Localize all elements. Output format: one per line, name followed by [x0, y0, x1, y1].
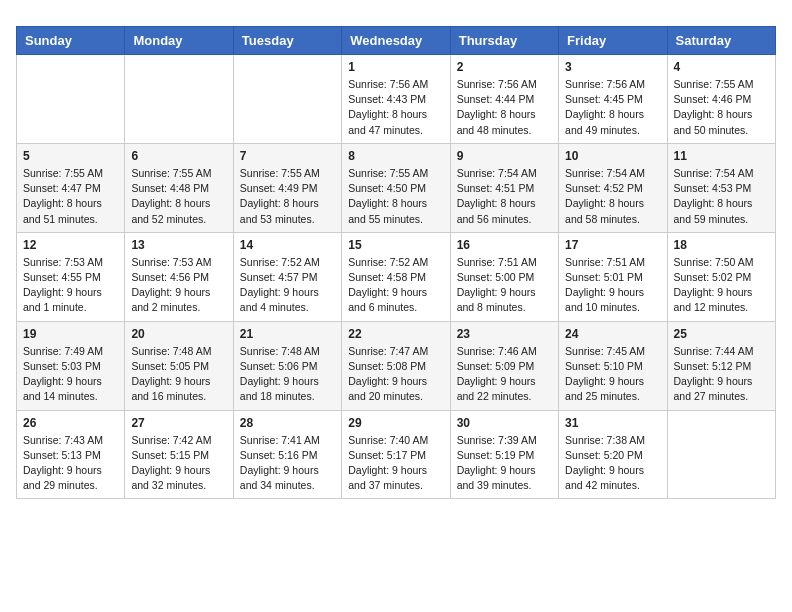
- day-info: Sunrise: 7:50 AM Sunset: 5:02 PM Dayligh…: [674, 255, 769, 316]
- day-number: 14: [240, 238, 335, 252]
- calendar-cell: 3Sunrise: 7:56 AM Sunset: 4:45 PM Daylig…: [559, 55, 667, 144]
- day-number: 20: [131, 327, 226, 341]
- day-number: 5: [23, 149, 118, 163]
- day-number: 29: [348, 416, 443, 430]
- calendar-cell: [667, 410, 775, 499]
- day-number: 17: [565, 238, 660, 252]
- day-number: 21: [240, 327, 335, 341]
- calendar-cell: 29Sunrise: 7:40 AM Sunset: 5:17 PM Dayli…: [342, 410, 450, 499]
- day-number: 30: [457, 416, 552, 430]
- day-info: Sunrise: 7:48 AM Sunset: 5:05 PM Dayligh…: [131, 344, 226, 405]
- day-number: 13: [131, 238, 226, 252]
- calendar-header-row: SundayMondayTuesdayWednesdayThursdayFrid…: [17, 27, 776, 55]
- weekday-header-tuesday: Tuesday: [233, 27, 341, 55]
- day-info: Sunrise: 7:43 AM Sunset: 5:13 PM Dayligh…: [23, 433, 118, 494]
- day-info: Sunrise: 7:53 AM Sunset: 4:56 PM Dayligh…: [131, 255, 226, 316]
- calendar-week-1: 1Sunrise: 7:56 AM Sunset: 4:43 PM Daylig…: [17, 55, 776, 144]
- calendar-cell: [17, 55, 125, 144]
- calendar-cell: [125, 55, 233, 144]
- day-info: Sunrise: 7:41 AM Sunset: 5:16 PM Dayligh…: [240, 433, 335, 494]
- calendar-week-5: 26Sunrise: 7:43 AM Sunset: 5:13 PM Dayli…: [17, 410, 776, 499]
- calendar-cell: 17Sunrise: 7:51 AM Sunset: 5:01 PM Dayli…: [559, 232, 667, 321]
- day-number: 23: [457, 327, 552, 341]
- calendar-cell: 8Sunrise: 7:55 AM Sunset: 4:50 PM Daylig…: [342, 143, 450, 232]
- weekday-header-saturday: Saturday: [667, 27, 775, 55]
- calendar-cell: 10Sunrise: 7:54 AM Sunset: 4:52 PM Dayli…: [559, 143, 667, 232]
- day-number: 27: [131, 416, 226, 430]
- day-number: 2: [457, 60, 552, 74]
- calendar-cell: 9Sunrise: 7:54 AM Sunset: 4:51 PM Daylig…: [450, 143, 558, 232]
- day-info: Sunrise: 7:49 AM Sunset: 5:03 PM Dayligh…: [23, 344, 118, 405]
- day-number: 22: [348, 327, 443, 341]
- calendar-cell: 4Sunrise: 7:55 AM Sunset: 4:46 PM Daylig…: [667, 55, 775, 144]
- calendar-week-2: 5Sunrise: 7:55 AM Sunset: 4:47 PM Daylig…: [17, 143, 776, 232]
- day-info: Sunrise: 7:52 AM Sunset: 4:58 PM Dayligh…: [348, 255, 443, 316]
- weekday-header-sunday: Sunday: [17, 27, 125, 55]
- day-info: Sunrise: 7:55 AM Sunset: 4:49 PM Dayligh…: [240, 166, 335, 227]
- day-number: 26: [23, 416, 118, 430]
- calendar-cell: 1Sunrise: 7:56 AM Sunset: 4:43 PM Daylig…: [342, 55, 450, 144]
- day-number: 31: [565, 416, 660, 430]
- calendar-cell: 25Sunrise: 7:44 AM Sunset: 5:12 PM Dayli…: [667, 321, 775, 410]
- calendar-cell: 31Sunrise: 7:38 AM Sunset: 5:20 PM Dayli…: [559, 410, 667, 499]
- day-number: 4: [674, 60, 769, 74]
- calendar-cell: 22Sunrise: 7:47 AM Sunset: 5:08 PM Dayli…: [342, 321, 450, 410]
- calendar-cell: 12Sunrise: 7:53 AM Sunset: 4:55 PM Dayli…: [17, 232, 125, 321]
- calendar-cell: 11Sunrise: 7:54 AM Sunset: 4:53 PM Dayli…: [667, 143, 775, 232]
- day-info: Sunrise: 7:55 AM Sunset: 4:48 PM Dayligh…: [131, 166, 226, 227]
- calendar-cell: 18Sunrise: 7:50 AM Sunset: 5:02 PM Dayli…: [667, 232, 775, 321]
- calendar-cell: 6Sunrise: 7:55 AM Sunset: 4:48 PM Daylig…: [125, 143, 233, 232]
- day-info: Sunrise: 7:39 AM Sunset: 5:19 PM Dayligh…: [457, 433, 552, 494]
- calendar-cell: 14Sunrise: 7:52 AM Sunset: 4:57 PM Dayli…: [233, 232, 341, 321]
- calendar-cell: 16Sunrise: 7:51 AM Sunset: 5:00 PM Dayli…: [450, 232, 558, 321]
- day-number: 16: [457, 238, 552, 252]
- day-info: Sunrise: 7:52 AM Sunset: 4:57 PM Dayligh…: [240, 255, 335, 316]
- day-number: 18: [674, 238, 769, 252]
- day-number: 24: [565, 327, 660, 341]
- day-number: 25: [674, 327, 769, 341]
- calendar-cell: 26Sunrise: 7:43 AM Sunset: 5:13 PM Dayli…: [17, 410, 125, 499]
- calendar-cell: 28Sunrise: 7:41 AM Sunset: 5:16 PM Dayli…: [233, 410, 341, 499]
- calendar-cell: 13Sunrise: 7:53 AM Sunset: 4:56 PM Dayli…: [125, 232, 233, 321]
- day-info: Sunrise: 7:47 AM Sunset: 5:08 PM Dayligh…: [348, 344, 443, 405]
- calendar-cell: 23Sunrise: 7:46 AM Sunset: 5:09 PM Dayli…: [450, 321, 558, 410]
- day-info: Sunrise: 7:55 AM Sunset: 4:50 PM Dayligh…: [348, 166, 443, 227]
- day-info: Sunrise: 7:44 AM Sunset: 5:12 PM Dayligh…: [674, 344, 769, 405]
- calendar-week-4: 19Sunrise: 7:49 AM Sunset: 5:03 PM Dayli…: [17, 321, 776, 410]
- day-number: 28: [240, 416, 335, 430]
- weekday-header-thursday: Thursday: [450, 27, 558, 55]
- calendar-cell: 7Sunrise: 7:55 AM Sunset: 4:49 PM Daylig…: [233, 143, 341, 232]
- day-number: 9: [457, 149, 552, 163]
- calendar-cell: 15Sunrise: 7:52 AM Sunset: 4:58 PM Dayli…: [342, 232, 450, 321]
- day-number: 3: [565, 60, 660, 74]
- calendar-table: SundayMondayTuesdayWednesdayThursdayFrid…: [16, 26, 776, 499]
- day-info: Sunrise: 7:51 AM Sunset: 5:01 PM Dayligh…: [565, 255, 660, 316]
- day-info: Sunrise: 7:53 AM Sunset: 4:55 PM Dayligh…: [23, 255, 118, 316]
- weekday-header-monday: Monday: [125, 27, 233, 55]
- calendar-cell: 20Sunrise: 7:48 AM Sunset: 5:05 PM Dayli…: [125, 321, 233, 410]
- calendar-cell: 19Sunrise: 7:49 AM Sunset: 5:03 PM Dayli…: [17, 321, 125, 410]
- day-info: Sunrise: 7:56 AM Sunset: 4:43 PM Dayligh…: [348, 77, 443, 138]
- day-number: 11: [674, 149, 769, 163]
- day-info: Sunrise: 7:46 AM Sunset: 5:09 PM Dayligh…: [457, 344, 552, 405]
- calendar-week-3: 12Sunrise: 7:53 AM Sunset: 4:55 PM Dayli…: [17, 232, 776, 321]
- day-info: Sunrise: 7:48 AM Sunset: 5:06 PM Dayligh…: [240, 344, 335, 405]
- day-info: Sunrise: 7:42 AM Sunset: 5:15 PM Dayligh…: [131, 433, 226, 494]
- day-info: Sunrise: 7:38 AM Sunset: 5:20 PM Dayligh…: [565, 433, 660, 494]
- day-number: 12: [23, 238, 118, 252]
- calendar-cell: 27Sunrise: 7:42 AM Sunset: 5:15 PM Dayli…: [125, 410, 233, 499]
- calendar-cell: 24Sunrise: 7:45 AM Sunset: 5:10 PM Dayli…: [559, 321, 667, 410]
- day-number: 7: [240, 149, 335, 163]
- day-info: Sunrise: 7:51 AM Sunset: 5:00 PM Dayligh…: [457, 255, 552, 316]
- day-info: Sunrise: 7:56 AM Sunset: 4:44 PM Dayligh…: [457, 77, 552, 138]
- calendar-cell: 5Sunrise: 7:55 AM Sunset: 4:47 PM Daylig…: [17, 143, 125, 232]
- day-info: Sunrise: 7:55 AM Sunset: 4:47 PM Dayligh…: [23, 166, 118, 227]
- day-info: Sunrise: 7:54 AM Sunset: 4:51 PM Dayligh…: [457, 166, 552, 227]
- calendar-cell: 2Sunrise: 7:56 AM Sunset: 4:44 PM Daylig…: [450, 55, 558, 144]
- calendar-cell: [233, 55, 341, 144]
- calendar-cell: 21Sunrise: 7:48 AM Sunset: 5:06 PM Dayli…: [233, 321, 341, 410]
- day-number: 8: [348, 149, 443, 163]
- day-info: Sunrise: 7:54 AM Sunset: 4:52 PM Dayligh…: [565, 166, 660, 227]
- day-info: Sunrise: 7:54 AM Sunset: 4:53 PM Dayligh…: [674, 166, 769, 227]
- calendar-cell: 30Sunrise: 7:39 AM Sunset: 5:19 PM Dayli…: [450, 410, 558, 499]
